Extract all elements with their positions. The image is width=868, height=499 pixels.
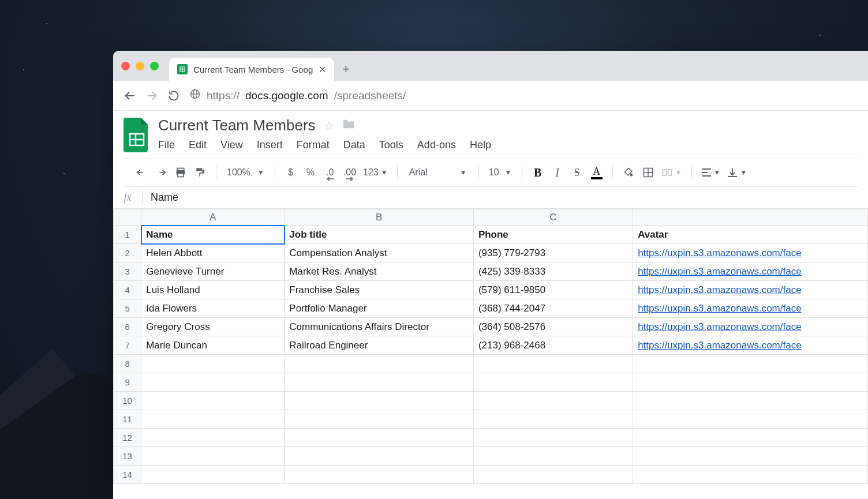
cell[interactable] [285,447,474,466]
row-header[interactable]: 5 [114,299,141,318]
cell[interactable]: Luis Holland [141,281,285,299]
cell[interactable] [633,466,868,484]
column-header[interactable]: B [285,209,474,226]
cell[interactable] [285,410,474,429]
print-button[interactable] [171,163,190,182]
bold-button[interactable]: B [528,163,548,182]
window-minimize-button[interactable] [136,62,144,70]
number-format-dropdown[interactable]: 123▼ [360,163,391,182]
row-header[interactable]: 11 [114,410,141,429]
italic-button[interactable]: I [548,163,567,182]
cell[interactable] [141,447,285,466]
decrease-decimal-button[interactable]: .0 [320,163,340,182]
cell[interactable]: https://uxpin.s3.amazonaws.com/face [633,262,868,281]
cell[interactable] [285,373,474,392]
cell[interactable] [473,410,633,429]
nav-forward-button[interactable] [145,89,158,102]
url-field[interactable]: https://docs.google.com/spreadsheets/ [189,88,858,103]
menu-help[interactable]: Help [470,139,491,151]
cell[interactable]: (213) 968-2468 [473,336,633,355]
folder-icon[interactable] [342,119,355,132]
menu-data[interactable]: Data [343,139,365,151]
paint-format-button[interactable] [190,163,210,182]
increase-decimal-button[interactable]: .00 [340,163,360,182]
cell[interactable]: Helen Abbott [141,244,285,262]
row-header[interactable]: 1 [114,226,141,244]
cell[interactable]: Portfolio Manager [285,299,474,318]
cell[interactable]: (364) 508-2576 [473,318,633,336]
cell[interactable]: (935) 779-2793 [473,244,633,262]
doc-title[interactable]: Current Team Members [158,117,316,134]
row-header[interactable]: 2 [114,244,141,262]
column-header[interactable]: A [141,209,285,226]
cell[interactable]: Communications Affairs Director [285,318,474,336]
font-size-dropdown[interactable]: 10▼ [485,163,516,182]
spreadsheet-grid[interactable]: ABC1NameJob titlePhoneAvatar2Helen Abbot… [113,209,868,499]
nav-reload-button[interactable] [167,89,180,102]
cell[interactable]: Genevieve Turner [141,262,285,281]
cell[interactable]: (425) 339-8333 [473,262,633,281]
cell[interactable] [473,429,633,447]
cell[interactable]: Franchise Sales [285,281,474,299]
cell[interactable]: Market Res. Analyst [285,262,474,281]
window-maximize-button[interactable] [150,62,159,70]
row-header[interactable]: 6 [114,318,141,336]
strikethrough-button[interactable]: S [567,163,587,182]
cell[interactable] [473,466,633,484]
cell[interactable] [285,392,474,410]
cell[interactable] [141,392,285,410]
row-header[interactable]: 13 [114,447,141,466]
vertical-align-button[interactable]: ▼ [724,163,750,182]
cell[interactable]: Job title [285,226,474,244]
select-all-corner[interactable] [114,209,141,226]
cell[interactable]: Avatar [633,226,868,244]
cell[interactable]: Phone [473,226,633,244]
formula-input[interactable]: Name [143,192,178,204]
cell[interactable] [633,429,868,447]
cell[interactable]: Railroad Engineer [285,336,474,355]
window-close-button[interactable] [121,62,130,70]
site-info-icon[interactable] [189,88,201,103]
menu-tools[interactable]: Tools [379,139,403,151]
undo-button[interactable] [132,163,151,182]
currency-button[interactable]: $ [281,163,301,182]
cell[interactable] [633,355,868,373]
cell[interactable] [141,373,285,392]
row-header[interactable]: 10 [114,392,141,410]
menu-file[interactable]: File [158,139,175,151]
tab-close-icon[interactable]: ✕ [319,64,326,75]
cell[interactable]: Marie Duncan [141,336,285,355]
cell[interactable] [285,429,474,447]
cell[interactable]: Name [141,226,285,244]
cell[interactable]: https://uxpin.s3.amazonaws.com/face [633,336,868,355]
font-family-dropdown[interactable]: Arial▼ [403,163,473,182]
cell[interactable] [633,373,868,392]
cell[interactable]: (368) 744-2047 [473,299,633,318]
redo-button[interactable] [151,163,171,182]
cell[interactable] [633,392,868,410]
cell[interactable] [633,410,868,429]
row-header[interactable]: 3 [114,262,141,281]
cell[interactable] [473,392,633,410]
nav-back-button[interactable] [124,89,136,102]
column-header[interactable] [633,209,868,226]
text-color-button[interactable]: A [587,163,607,182]
cell[interactable] [473,373,633,392]
new-tab-button[interactable]: + [334,58,357,81]
cell[interactable]: https://uxpin.s3.amazonaws.com/face [633,318,868,336]
menu-insert[interactable]: Insert [257,139,283,151]
menu-view[interactable]: View [220,139,243,151]
cell[interactable] [141,355,285,373]
cell[interactable] [285,466,474,484]
cell[interactable] [473,447,633,466]
cell[interactable]: Gregory Cross [141,318,285,336]
browser-tab[interactable]: Current Team Members - Goog ✕ [169,58,334,81]
cell[interactable]: https://uxpin.s3.amazonaws.com/face [633,299,868,318]
cell[interactable] [141,466,285,484]
borders-button[interactable] [638,163,658,182]
menu-format[interactable]: Format [297,139,330,151]
percent-button[interactable]: % [301,163,320,182]
cell[interactable] [285,355,474,373]
fill-color-button[interactable] [619,163,638,182]
row-header[interactable]: 14 [114,466,141,484]
